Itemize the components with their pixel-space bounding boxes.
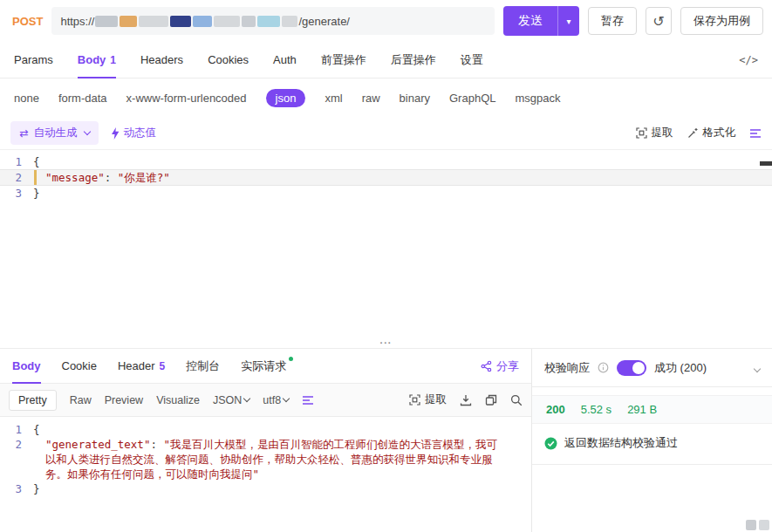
url-redacted-segment (193, 16, 212, 27)
align-lines-icon[interactable] (302, 395, 314, 406)
format-label: 格式化 (703, 126, 736, 140)
view-raw[interactable]: Raw (70, 394, 92, 406)
send-button[interactable]: 发送 (503, 6, 557, 36)
body-type-graphql[interactable]: GraphQL (449, 92, 495, 105)
api-client-window: POST https:// /generate/ 发送 ▾ 暂存 ↺ 保存为用例… (0, 0, 772, 532)
view-preview[interactable]: Preview (105, 394, 143, 406)
chevron-down-icon (84, 128, 91, 135)
url-redacted-segment (95, 16, 118, 27)
body-type-form-data[interactable]: form-data (58, 92, 107, 105)
response-extract-button[interactable]: 提取 (409, 392, 447, 407)
body-type-raw[interactable]: raw (362, 92, 380, 105)
download-icon[interactable] (460, 394, 472, 406)
view-pretty[interactable]: Pretty (9, 390, 57, 411)
auto-generate-label: 自动生成 (33, 126, 77, 140)
request-tabs: Params Body 1 Headers Cookies Auth 前置操作 … (0, 42, 772, 78)
language-select[interactable]: JSON (213, 394, 249, 406)
url-suffix: /generate/ (298, 15, 350, 28)
tab-headers[interactable]: Headers (140, 42, 183, 78)
code-line-1[interactable]: 1 { (0, 154, 772, 169)
auto-generate-button[interactable]: ⇄ 自动生成 (10, 121, 99, 145)
url-redacted-segment (139, 16, 168, 27)
collapse-panel-button[interactable] (752, 361, 760, 374)
status-code: 200 (546, 403, 565, 416)
tab-response-header-label: Header (118, 359, 155, 372)
code-text: } (33, 481, 531, 496)
body-type-json[interactable]: json (266, 89, 306, 107)
url-input[interactable]: https:// /generate/ (51, 7, 495, 35)
code-line-2[interactable]: 2 "generated_text": "我是百川大模型，是由百川智能的工程师们… (0, 437, 531, 481)
view-visualize[interactable]: Visualize (156, 394, 200, 406)
tab-auth[interactable]: Auth (273, 42, 297, 78)
line-number: 2 (0, 437, 33, 452)
share-button[interactable]: 分享 (481, 358, 519, 374)
code-text: "message": "你是谁?" (33, 170, 772, 185)
info-icon (598, 362, 609, 373)
tab-body-count: 1 (110, 54, 116, 66)
lightning-icon (111, 127, 120, 140)
chevron-down-icon (243, 395, 250, 402)
tab-response-body[interactable]: Body (12, 349, 41, 383)
copy-icon[interactable] (485, 394, 497, 406)
tab-settings[interactable]: 设置 (461, 42, 483, 78)
generate-code-icon[interactable]: </> (739, 54, 758, 66)
tab-actual-request[interactable]: 实际请求 (241, 349, 286, 383)
response-body-editor[interactable]: 1 { 2 "generated_text": "我是百川大模型，是由百川智能的… (0, 417, 531, 532)
validation-toggle[interactable] (617, 360, 646, 376)
response-tabs: Body Cookie Header 5 控制台 实际请求 分享 (0, 349, 531, 384)
tab-params[interactable]: Params (14, 42, 53, 78)
url-redacted-segment (170, 16, 191, 27)
validation-message: 返回数据结构校验通过 (564, 435, 678, 451)
code-line-1[interactable]: 1 { (0, 422, 531, 437)
url-redacted-segment (214, 16, 240, 27)
code-line-3[interactable]: 3 } (0, 186, 772, 201)
tab-post-operations[interactable]: 后置操作 (391, 42, 436, 78)
dynamic-value-label: 动态值 (123, 126, 156, 140)
stash-button[interactable]: 暂存 (588, 7, 637, 35)
url-redacted-segment (242, 16, 256, 27)
tab-response-cookie[interactable]: Cookie (62, 349, 97, 383)
editor-toolbar-right: 提取 格式化 (636, 126, 762, 140)
code-line-2-active[interactable]: 2 "message": "你是谁?" (0, 169, 772, 186)
url-redacted-segment (282, 16, 297, 27)
corner-watermark (746, 520, 769, 530)
dynamic-value-button[interactable]: 动态值 (111, 126, 156, 140)
tab-pre-operations[interactable]: 前置操作 (321, 42, 366, 78)
validation-status-label: 成功 (200) (654, 360, 707, 376)
body-type-binary[interactable]: binary (400, 92, 430, 105)
body-type-msgpack[interactable]: msgpack (515, 92, 560, 105)
tab-body[interactable]: Body 1 (78, 42, 116, 78)
method-label[interactable]: POST (9, 15, 43, 28)
align-lines-icon[interactable] (749, 128, 762, 139)
history-button[interactable]: ↺ (646, 7, 672, 35)
tab-actual-request-label: 实际请求 (241, 358, 286, 374)
panel-splitter[interactable]: ··· (0, 343, 772, 349)
tab-console[interactable]: 控制台 (186, 349, 220, 383)
editor-scrollbar-thumb[interactable] (760, 161, 772, 166)
extract-button[interactable]: 提取 (636, 126, 673, 140)
search-icon[interactable] (510, 394, 523, 406)
tab-response-header[interactable]: Header 5 (118, 349, 165, 383)
save-as-case-button[interactable]: 保存为用例 (680, 7, 763, 35)
tab-cookies[interactable]: Cookies (208, 42, 249, 78)
watermark-block (759, 520, 769, 530)
history-icon: ↺ (652, 13, 664, 30)
body-type-none[interactable]: none (14, 92, 39, 105)
request-body-editor[interactable]: 1 { 2 "message": "你是谁?" 3 } (0, 150, 772, 343)
charset-select[interactable]: utf8 (263, 394, 289, 406)
code-text: { (33, 422, 531, 437)
modified-line-indicator (34, 170, 37, 185)
share-label: 分享 (496, 358, 519, 374)
extract-frame-icon (636, 127, 647, 139)
body-type-xml[interactable]: xml (325, 92, 342, 105)
tab-body-label: Body (78, 53, 106, 66)
body-type-urlencoded[interactable]: x-www-form-urlencoded (126, 92, 247, 105)
code-line-3[interactable]: 3 } (0, 481, 531, 496)
schema-validation-result: 返回数据结构校验通过 (532, 435, 772, 465)
extract-label: 提取 (652, 126, 673, 140)
send-button-group: 发送 ▾ (503, 6, 579, 36)
format-button[interactable]: 格式化 (687, 126, 736, 140)
response-area: Body Cookie Header 5 控制台 实际请求 分享 Pretty (0, 349, 772, 532)
send-dropdown-button[interactable]: ▾ (557, 6, 579, 36)
chevron-down-icon (754, 365, 761, 372)
